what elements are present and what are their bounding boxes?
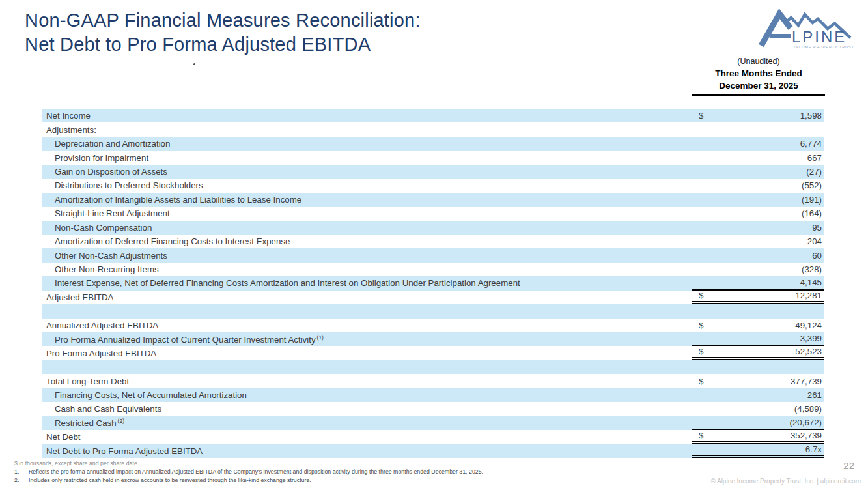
row-value: 1,598 [703,111,824,121]
table-row: Restricted Cash(2)(20,672) [42,416,824,430]
row-value: 49,124 [703,321,824,330]
row-value: 377,739 [703,377,824,386]
dollar-sign: $ [692,431,703,440]
dollar-sign: $ [692,111,703,121]
row-value-area: 3,399 [692,332,824,346]
alpine-logo: LPINE INCOME PROPERTY TRUST [757,8,856,55]
footnote-ref: (1) [317,334,324,341]
row-label: Pro Forma Annualized Impact of Current Q… [42,334,692,345]
period-label-line1: Three Months Ended [692,67,825,79]
row-label: Adjusted EBITDA [42,293,692,302]
row-value: (20,672) [699,418,824,427]
row-value-area: (552) [692,179,824,192]
row-value-area: $1,598 [692,109,824,122]
row-label: Gain on Disposition of Assets [42,167,692,177]
row-label: Net Debt to Pro Forma Adjusted EBITDA [42,446,692,456]
table-row: Financing Costs, Net of Accumulated Amor… [42,388,824,402]
row-value-area: (191) [692,193,824,207]
row-value-area: $49,124 [692,319,824,332]
row-value-area [692,304,824,318]
row-value-area [692,122,824,136]
page-title-line2: Net Debt to Pro Forma Adjusted EBITDA [25,33,421,57]
row-value: 6,774 [699,139,824,149]
table-row: Distributions to Preferred Stockholders(… [42,179,824,192]
row-value: 60 [699,251,824,261]
row-value: 261 [699,390,824,400]
row-label: Depreciation and Amortization [42,139,692,149]
table-row: Pro Forma Adjusted EBITDA$52,523 [42,346,824,360]
row-label: Straight-Line Rent Adjustment [42,208,692,218]
footnote-text: Includes only restricted cash held in es… [29,476,311,485]
reconciliation-table: Net Income$1,598Adjustments:Depreciation… [42,109,824,458]
row-value: 352,739 [703,431,824,440]
row-label: Non-Cash Compensation [42,223,692,233]
table-row: Amortization of Intangible Assets and Li… [42,193,824,207]
row-value: 95 [699,223,824,233]
row-value-area: $377,739 [692,374,824,388]
unaudited-label: (Unaudited) [692,56,825,67]
row-label: Annualized Adjusted EBITDA [42,321,692,330]
row-label: Other Non-Cash Adjustments [42,251,692,261]
logo-wordmark: LPINE [792,28,847,46]
table-row: Other Non-Recurring Items(328) [42,263,824,276]
row-label: Cash and Cash Equivalents [42,404,692,414]
row-value-area: (20,672) [692,416,824,430]
row-value-area: 204 [692,235,824,248]
row-value-area: (27) [692,165,824,179]
table-row: Non-Cash Compensation95 [42,221,824,235]
table-row: Net Debt$352,739 [42,430,824,444]
row-value-area: 667 [692,151,824,164]
page-title-line1: Non-GAAP Financial Measures Reconciliati… [25,8,421,33]
footnote-number: 1. [14,468,29,476]
row-value: (164) [699,208,824,218]
row-value-area: $12,281 [692,291,824,304]
title-dot [193,63,195,65]
row-value-area: $52,523 [692,346,824,360]
row-value: 52,523 [703,347,824,356]
row-value-area: 6,774 [692,137,824,151]
row-label: Pro Forma Adjusted EBITDA [42,349,692,358]
row-value-area: 95 [692,221,824,235]
row-label: Amortization of Intangible Assets and Li… [42,195,692,205]
row-label: Provision for Impairment [42,153,692,163]
table-row: Total Long-Term Debt$377,739 [42,374,824,388]
row-label: Restricted Cash(2) [42,418,692,428]
table-row [42,304,824,318]
row-value-area: (164) [692,207,824,220]
table-row: Annualized Adjusted EBITDA$49,124 [42,319,824,332]
table-row: Gain on Disposition of Assets(27) [42,165,824,179]
table-row: Adjustments: [42,122,824,136]
row-value: 667 [699,153,824,163]
row-value: (552) [699,180,824,190]
period-label-line2: December 31, 2025 [692,79,825,92]
footnotes: $ in thousands, except share and per sha… [14,459,483,485]
dollar-sign: $ [692,291,703,300]
table-row: Pro Forma Annualized Impact of Current Q… [42,332,824,346]
table-row: Other Non-Cash Adjustments60 [42,248,824,262]
row-value-area: 60 [692,248,824,262]
table-row: Net Debt to Pro Forma Adjusted EBITDA6.7… [42,444,824,458]
row-label: Amortization of Deferred Financing Costs… [42,237,692,246]
table-row: Straight-Line Rent Adjustment(164) [42,207,824,220]
units-note: $ in thousands, except share and per sha… [14,459,483,468]
row-label: Adjustments: [42,125,692,135]
dollar-sign: $ [692,377,703,386]
footnote-line: 2.Includes only restricted cash held in … [14,476,483,485]
row-value-area: 4,145 [692,276,824,290]
page-number: 22 [843,460,854,471]
row-value-area: (328) [692,263,824,276]
row-label: Interest Expense, Net of Deferred Financ… [42,278,692,288]
row-value-area: 261 [692,388,824,402]
footnote-text: Reflects the pro forma annualized impact… [29,468,483,476]
dollar-sign: $ [692,347,703,356]
footnote-number: 2. [14,476,29,485]
slide: Non-GAAP Financial Measures Reconciliati… [0,0,868,488]
row-value-area: $352,739 [692,430,824,444]
column-header: (Unaudited) Three Months Ended December … [692,56,825,96]
dollar-sign: $ [692,321,703,330]
row-value-area: 6.7x [692,444,824,458]
row-value: 3,399 [699,334,824,343]
row-value-area: (4,589) [692,402,824,416]
table-row: Net Income$1,598 [42,109,824,122]
row-value: 204 [699,237,824,246]
